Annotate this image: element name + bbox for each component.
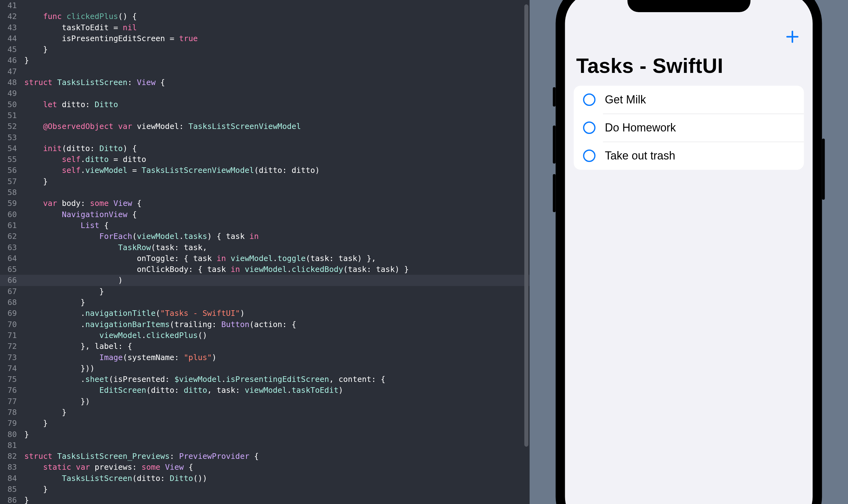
code-line[interactable]: 51 [0,110,529,121]
code-line[interactable]: 85 } [0,484,529,494]
code-line[interactable]: 63 TaskRow(task: task, [0,242,529,253]
code-content[interactable]: struct TasksListScreen: View { [24,78,165,87]
code-content[interactable]: func clickedPlus() { [24,12,137,21]
line-number: 69 [0,308,24,319]
code-line[interactable]: 45 } [0,44,529,55]
code-content[interactable]: @ObservedObject var viewModel: TasksList… [24,122,301,131]
code-content[interactable]: onClickBody: { task in viewModel.clicked… [24,265,409,274]
code-line[interactable]: 82struct TasksListScreen_Previews: Previ… [0,451,529,462]
code-line[interactable]: 75 .sheet(isPresented: $viewModel.isPres… [0,374,529,385]
code-line[interactable]: 77 }) [0,396,529,407]
code-line[interactable]: 42 func clickedPlus() { [0,11,529,22]
code-line[interactable]: 64 onToggle: { task in viewModel.toggle(… [0,253,529,264]
code-line[interactable]: 49 [0,88,529,99]
code-content[interactable]: TaskRow(task: task, [24,243,207,252]
code-line[interactable]: 56 self.viewModel = TasksListScreenViewM… [0,165,529,176]
code-content[interactable]: .navigationBarItems(trailing: Button(act… [24,320,296,329]
code-line[interactable]: 50 let ditto: Ditto [0,99,529,110]
line-number: 84 [0,473,24,484]
code-line[interactable]: 60 NavigationView { [0,209,529,220]
preview-canvas[interactable]: Tasks - SwiftUI Get Milk Do Homework Tak… [529,0,848,504]
code-content[interactable]: self.ditto = ditto [24,155,146,164]
code-content[interactable]: } [24,408,66,417]
code-editor[interactable]: 4142 func clickedPlus() {43 taskToEdit =… [0,0,529,504]
circle-icon[interactable] [583,149,596,162]
code-content[interactable]: viewModel.clickedPlus() [24,331,207,340]
code-content[interactable]: } [24,419,48,428]
code-line[interactable]: 80} [0,429,529,440]
code-line[interactable]: 48struct TasksListScreen: View { [0,77,529,88]
code-content[interactable]: static var previews: some View { [24,463,193,472]
code-line[interactable]: 53 [0,132,529,143]
code-line[interactable]: 55 self.ditto = ditto [0,154,529,165]
code-line[interactable]: 86} [0,494,529,504]
code-content[interactable]: } [24,485,48,494]
code-line[interactable]: 83 static var previews: some View { [0,462,529,472]
code-line[interactable]: 44 isPresentingEditScreen = true [0,33,529,44]
code-content[interactable]: })) [24,364,95,373]
code-content[interactable]: .sheet(isPresented: $viewModel.isPresent… [24,375,385,384]
code-line[interactable]: 41 [0,0,529,11]
code-content[interactable]: }) [24,397,90,406]
code-line[interactable]: 65 onClickBody: { task in viewModel.clic… [0,264,529,275]
code-content[interactable]: struct TasksListScreen_Previews: Preview… [24,452,259,461]
code-content[interactable]: } [24,430,29,439]
line-number: 73 [0,352,24,363]
code-line[interactable]: 54 init(ditto: Ditto) { [0,143,529,154]
code-content[interactable]: Image(systemName: "plus") [24,353,217,362]
code-content[interactable]: TasksListScreen(ditto: Ditto()) [24,474,207,483]
code-line[interactable]: 78 } [0,407,529,418]
code-content[interactable]: isPresentingEditScreen = true [24,34,198,43]
code-line[interactable]: 76 EditScreen(ditto: ditto, task: viewMo… [0,385,529,396]
code-line[interactable]: 43 taskToEdit = nil [0,22,529,33]
code-line[interactable]: 58 [0,187,529,198]
code-content[interactable]: EditScreen(ditto: ditto, task: viewModel… [24,385,343,395]
code-content[interactable]: } [24,496,29,504]
code-line[interactable]: 66 ) [0,275,529,286]
code-content[interactable]: ) [24,276,123,285]
tasks-list[interactable]: Get Milk Do Homework Take out trash [574,86,804,170]
code-line[interactable]: 74 })) [0,363,529,374]
code-line[interactable]: 71 viewModel.clickedPlus() [0,330,529,341]
code-line[interactable]: 68 } [0,297,529,308]
code-content[interactable]: let ditto: Ditto [24,100,118,109]
code-content[interactable]: self.viewModel = TasksListScreenViewMode… [24,166,320,175]
code-line[interactable]: 57 } [0,176,529,187]
code-content[interactable]: init(ditto: Ditto) { [24,144,137,153]
circle-icon[interactable] [583,93,596,106]
code-line[interactable]: 61 List { [0,220,529,231]
add-button[interactable] [786,30,800,44]
code-line[interactable]: 47 [0,66,529,77]
code-line[interactable]: 67 } [0,286,529,297]
code-line[interactable]: 59 var body: some View { [0,198,529,209]
code-line[interactable]: 70 .navigationBarItems(trailing: Button(… [0,319,529,330]
code-content[interactable]: .navigationTitle("Tasks - SwiftUI") [24,309,245,318]
task-row[interactable]: Take out trash [574,142,804,170]
code-content[interactable]: }, label: { [24,342,132,351]
code-line[interactable]: 73 Image(systemName: "plus") [0,352,529,363]
code-content[interactable]: } [24,56,29,65]
plus-icon [786,30,799,43]
task-row[interactable]: Do Homework [574,114,804,142]
code-content[interactable]: onToggle: { task in viewModel.toggle(tas… [24,254,376,263]
editor-scrollbar-thumb[interactable] [524,4,528,447]
code-line[interactable]: 81 [0,440,529,451]
code-content[interactable]: } [24,298,85,307]
code-content[interactable]: NavigationView { [24,210,137,219]
code-line[interactable]: 46} [0,55,529,66]
code-content[interactable]: } [24,287,104,296]
code-content[interactable]: var body: some View { [24,199,141,208]
code-line[interactable]: 72 }, label: { [0,341,529,352]
code-content[interactable]: } [24,177,48,186]
code-line[interactable]: 79 } [0,418,529,429]
task-row[interactable]: Get Milk [574,86,804,114]
code-line[interactable]: 62 ForEach(viewModel.tasks) { task in [0,231,529,242]
code-line[interactable]: 69 .navigationTitle("Tasks - SwiftUI") [0,308,529,319]
code-line[interactable]: 52 @ObservedObject var viewModel: TasksL… [0,121,529,132]
code-content[interactable]: } [24,45,48,54]
code-line[interactable]: 84 TasksListScreen(ditto: Ditto()) [0,473,529,484]
code-content[interactable]: taskToEdit = nil [24,23,137,32]
code-content[interactable]: List { [24,221,109,230]
code-content[interactable]: ForEach(viewModel.tasks) { task in [24,232,259,241]
circle-icon[interactable] [583,122,596,134]
